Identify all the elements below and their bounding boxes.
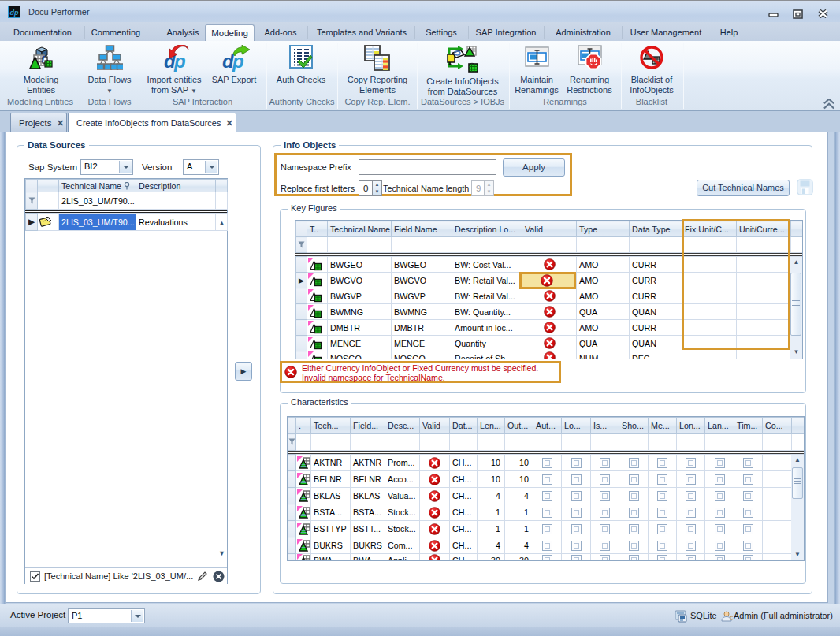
svg-text:dp: dp — [10, 9, 19, 17]
